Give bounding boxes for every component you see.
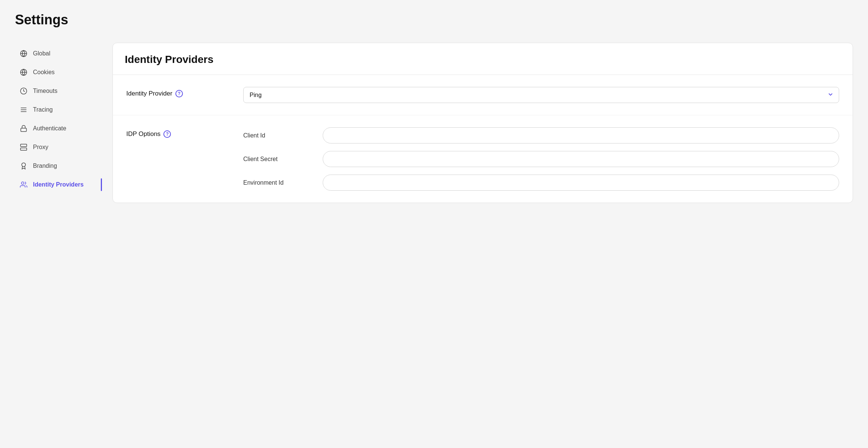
svg-point-14 [21,182,24,185]
sidebar-label-branding: Branding [33,163,57,169]
sidebar-item-timeouts[interactable]: Timeouts [15,82,97,100]
lock-icon [19,124,28,133]
sidebar-item-tracing[interactable]: Tracing [15,100,97,119]
sidebar-label-proxy: Proxy [33,144,48,151]
client-id-input[interactable] [323,127,839,143]
sidebar-label-identity-providers: Identity Providers [33,181,84,188]
layout: Global Cookies [15,43,853,436]
sidebar-item-proxy[interactable]: Proxy [15,138,97,157]
identity-provider-label: Identity Provider ? [126,90,231,97]
cookies-icon [19,68,28,76]
client-secret-row: Client Secret [243,151,839,167]
environment-id-input[interactable] [323,175,839,191]
idp-options-label: IDP Options ? [126,130,231,138]
idp-options-layout: IDP Options ? Client Id [126,127,839,191]
sidebar: Global Cookies [15,43,97,436]
environment-id-row: Environment Id [243,175,839,191]
sidebar-label-authenticate: Authenticate [33,125,66,132]
client-id-label: Client Id [243,132,311,139]
identity-provider-dropdown-wrapper: Ping Okta Auth0 Azure AD Google [243,87,839,103]
sidebar-label-global: Global [33,50,50,57]
clock-icon [19,87,28,95]
environment-id-label: Environment Id [243,179,311,186]
idp-options-fields: Client Id Client Secret [243,127,839,191]
sidebar-item-authenticate[interactable]: Authenticate [15,119,97,138]
users-icon [19,181,28,189]
idp-options-section: IDP Options ? Client Id [113,115,853,203]
identity-provider-label-col: Identity Provider ? [126,87,231,103]
identity-provider-select[interactable]: Ping Okta Auth0 Azure AD Google [243,87,839,103]
client-secret-input[interactable] [323,151,839,167]
sidebar-label-cookies: Cookies [33,69,55,76]
page-title: Settings [15,12,853,28]
server-icon [19,143,28,151]
svg-rect-10 [21,148,27,151]
card-title: Identity Providers [125,54,841,66]
globe-icon [19,49,28,58]
sidebar-item-identity-providers[interactable]: Identity Providers [15,175,97,194]
list-icon [19,106,28,114]
content-card: Identity Providers Identity Provider ? [112,43,853,203]
sidebar-item-branding[interactable]: Branding [15,157,97,175]
card-header: Identity Providers [113,43,853,75]
award-icon [19,162,28,170]
svg-rect-9 [21,144,27,147]
svg-point-13 [22,163,25,167]
idp-options-field-group: Client Id Client Secret [243,127,839,191]
identity-provider-section: Identity Provider ? Ping Okta Auth0 [113,75,853,115]
sidebar-label-timeouts: Timeouts [33,88,57,94]
svg-rect-8 [21,128,27,131]
page: Settings Global [0,0,868,448]
client-id-row: Client Id [243,127,839,143]
identity-provider-fields: Ping Okta Auth0 Azure AD Google [243,87,839,103]
identity-provider-help-icon[interactable]: ? [175,90,183,97]
card-body: Identity Provider ? Ping Okta Auth0 [113,75,853,203]
sidebar-item-global[interactable]: Global [15,44,97,63]
sidebar-item-cookies[interactable]: Cookies [15,63,97,82]
identity-provider-layout: Identity Provider ? Ping Okta Auth0 [126,87,839,103]
idp-options-help-icon[interactable]: ? [163,130,171,138]
sidebar-label-tracing: Tracing [33,106,53,113]
idp-options-label-col: IDP Options ? [126,127,231,191]
client-secret-label: Client Secret [243,156,311,163]
main-content: Identity Providers Identity Provider ? [112,43,853,436]
